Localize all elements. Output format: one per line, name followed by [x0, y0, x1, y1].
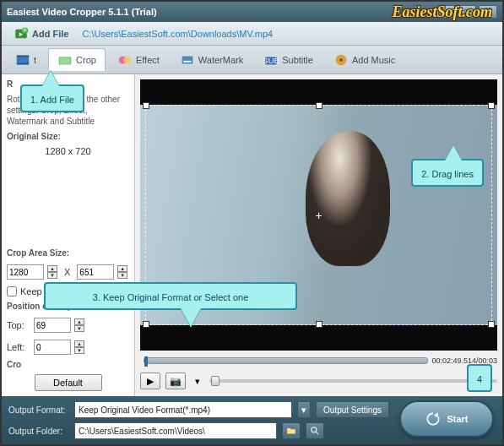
output-folder-input[interactable] [74, 422, 277, 439]
snapshot-button[interactable]: 📷 [165, 373, 186, 389]
output-folder-label: Output Folder: [8, 427, 69, 436]
svg-point-10 [123, 56, 131, 63]
output-format-combo[interactable] [74, 401, 292, 418]
output-settings-button[interactable]: Output Settings [316, 401, 389, 418]
svg-text:SUB: SUB [263, 55, 279, 64]
tab-watermark[interactable]: WaterMark [171, 49, 252, 71]
timeline: 00:02:49.514/00:03 [140, 354, 497, 367]
file-path: C:\Users\EasiestSoft.com\Downloads\MV.mp… [82, 29, 496, 39]
folder-icon [286, 426, 296, 436]
letterbox-bottom [140, 325, 497, 351]
crop-top-spinner[interactable]: ▲▼ [74, 318, 84, 332]
watermark-text: EasiestSoft.com [392, 3, 492, 21]
letterbox-top [140, 79, 497, 105]
music-icon [333, 52, 349, 68]
tab-subtitle[interactable]: SUB Subtitle [255, 49, 322, 71]
svg-text:+: + [23, 26, 27, 34]
svg-point-16 [339, 58, 343, 62]
crop-height-spinner[interactable]: ▲▼ [117, 265, 127, 279]
tab-label: Add Music [352, 55, 395, 65]
effect-icon [117, 52, 133, 68]
add-file-icon: + [14, 26, 29, 41]
top-label: Top: [7, 320, 30, 330]
original-size-label: Original Size: [7, 132, 129, 141]
svg-marker-19 [434, 413, 438, 418]
snapshot-menu[interactable]: ▾ [191, 376, 204, 387]
crop-icon [57, 52, 73, 68]
tab-label: Crop [76, 55, 96, 65]
crop-handle-bc[interactable] [316, 321, 322, 328]
keep-aspect-checkbox[interactable] [7, 286, 17, 296]
original-size-value: 1280 x 720 [7, 146, 129, 243]
callout-drag-lines: 2. Drag lines [411, 159, 484, 187]
watermark-icon [180, 52, 195, 68]
default-button[interactable]: Default [35, 374, 102, 391]
crop-width-input[interactable] [7, 264, 44, 280]
callout-keep-format: 3. Keep Original Format or Select one [44, 282, 297, 310]
add-file-label: Add File [32, 29, 68, 39]
crop-handle-br[interactable] [488, 321, 495, 328]
svg-rect-8 [60, 57, 71, 63]
tab-bar: t Crop Effect WaterMark SUB Subtitle Add… [2, 46, 502, 74]
volume-slider[interactable] [209, 379, 497, 383]
crop-top-input[interactable] [34, 318, 71, 333]
window-title: Easiest Video Cropper 5.1.1 (Trial) [7, 7, 434, 17]
crop-handle-tc[interactable] [316, 102, 322, 109]
subtitle-icon: SUB [263, 52, 279, 68]
film-icon [15, 52, 30, 68]
output-format-label: Output Format: [8, 405, 69, 415]
svg-rect-11 [182, 56, 193, 63]
start-label: Start [447, 414, 468, 424]
tab-crop[interactable]: Crop [48, 48, 106, 71]
player-controls: ▶ 📷 ▾ [140, 371, 497, 391]
tab-label: t [34, 55, 36, 65]
refresh-icon [425, 411, 442, 427]
output-format-dropdown[interactable]: ▾ [297, 401, 311, 418]
crop-left-spinner[interactable]: ▲▼ [74, 340, 84, 354]
crop-left-input[interactable] [34, 340, 71, 355]
tab-add-music[interactable]: Add Music [325, 49, 404, 71]
timeline-bar[interactable] [144, 357, 428, 364]
search-icon [310, 426, 320, 436]
tab-truncated[interactable]: t [7, 49, 45, 71]
crosshair-icon: + [314, 210, 324, 220]
slider-thumb[interactable] [211, 376, 219, 386]
svg-line-18 [316, 432, 318, 434]
tab-label: Subtitle [282, 55, 313, 65]
timeline-pos[interactable] [144, 356, 148, 367]
svg-rect-12 [183, 60, 191, 62]
open-folder-button[interactable] [306, 422, 324, 439]
tab-effect[interactable]: Effect [109, 49, 168, 71]
svg-rect-5 [17, 55, 29, 57]
app-window: Easiest Video Cropper 5.1.1 (Trial) — □ … [0, 0, 504, 446]
start-button[interactable]: Start [399, 400, 494, 438]
callout-step4: 4 [467, 364, 492, 392]
crop-handle-tr[interactable] [488, 102, 495, 109]
add-file-bar: + Add File C:\Users\EasiestSoft.com\Down… [2, 22, 502, 46]
crop-area-size-label: Crop Area Size: [7, 248, 129, 258]
left-pane: R Rotation will reset all the other sett… [2, 74, 135, 396]
main-content: R Rotation will reset all the other sett… [2, 74, 502, 396]
tab-label: WaterMark [198, 55, 243, 65]
add-file-button[interactable]: + Add File [8, 24, 73, 43]
svg-point-17 [312, 427, 317, 432]
crop-handle-tl[interactable] [143, 102, 149, 109]
right-pane: + 00:02:49.514/00:03 ▶ 📷 ▾ [135, 74, 502, 396]
crop-width-spinner[interactable]: ▲▼ [47, 265, 57, 279]
cro-truncated: Cro [7, 360, 129, 369]
crop-height-input[interactable] [77, 264, 114, 280]
crop-handle-bl[interactable] [143, 321, 149, 328]
left-label: Left: [7, 342, 30, 352]
browse-folder-button[interactable] [282, 422, 301, 439]
play-button[interactable]: ▶ [140, 373, 160, 389]
svg-rect-6 [17, 63, 29, 64]
tab-label: Effect [136, 55, 160, 65]
callout-add-file: 1. Add File [20, 84, 84, 112]
x-separator: X [61, 267, 73, 277]
